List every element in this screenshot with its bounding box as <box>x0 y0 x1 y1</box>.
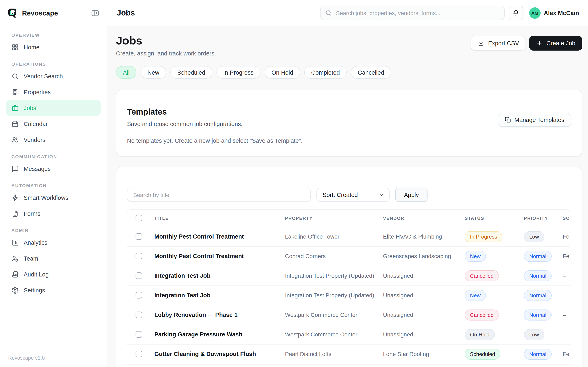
job-vendor: Unassigned <box>376 325 458 344</box>
copy-icon <box>504 117 511 123</box>
section-label-automation: AUTOMATION <box>11 183 95 188</box>
page-content: Jobs Create, assign, and track work orde… <box>107 26 588 367</box>
job-vendor: Lone Star Roofing <box>376 344 458 364</box>
table-header-row: TITLE PROPERTY VENDOR STATUS PRIORITY SC… <box>127 210 571 227</box>
sidebar-item-team[interactable]: Team <box>6 250 101 266</box>
sidebar-item-analytics[interactable]: Analytics <box>6 234 101 250</box>
row-checkbox[interactable] <box>136 253 142 259</box>
apply-button[interactable]: Apply <box>395 188 428 202</box>
row-checkbox[interactable] <box>136 272 142 279</box>
status-badge: New <box>465 290 486 301</box>
priority-badge: Normal <box>524 290 552 301</box>
sidebar-item-home[interactable]: Home <box>6 39 101 55</box>
app: Revoscape OVERVIEW Home OPERATIONS Vendo… <box>0 0 588 367</box>
row-checkbox[interactable] <box>136 312 142 318</box>
zap-icon <box>11 194 19 201</box>
sidebar-item-label: Settings <box>24 287 45 293</box>
job-property: Integration Test Property (Updated) <box>278 266 376 285</box>
templates-subtitle: Save and reuse common job configurations… <box>127 121 303 127</box>
table-row[interactable]: Parking Garage Pressure Wash Westpark Co… <box>127 325 571 344</box>
global-search-input[interactable] <box>320 6 505 20</box>
sidebar-item-jobs[interactable]: Jobs <box>6 100 101 116</box>
table-row[interactable]: Monthly Pest Control Treatment Conrad Co… <box>127 246 571 266</box>
section-label-admin: ADMIN <box>11 228 95 233</box>
select-all-checkbox[interactable] <box>136 215 142 221</box>
export-csv-button[interactable]: Export CSV <box>471 36 526 50</box>
table-row[interactable]: Integration Test Job Integration Test Pr… <box>127 285 571 305</box>
sidebar-item-settings[interactable]: Settings <box>6 282 101 298</box>
priority-badge: Normal <box>524 270 552 281</box>
sort-select[interactable]: Sort: Created <box>316 188 389 202</box>
status-badge: Cancelled <box>465 309 499 320</box>
gear-icon <box>11 286 19 294</box>
row-checkbox[interactable] <box>136 292 142 299</box>
job-vendor: Unassigned <box>376 305 458 325</box>
page-title: Jobs <box>116 34 216 47</box>
sidebar-item-forms[interactable]: Forms <box>6 206 101 221</box>
table-row[interactable]: Monthly Pest Control Treatment Lakeline … <box>127 227 571 246</box>
filter-chip-cancelled[interactable]: Cancelled <box>351 66 391 79</box>
sidebar-item-smart-workflows[interactable]: Smart Workflows <box>6 190 101 206</box>
job-scheduled: – <box>556 305 571 325</box>
create-job-button[interactable]: Create Job <box>529 36 582 50</box>
file-text-icon <box>11 210 19 217</box>
plus-icon <box>536 40 543 47</box>
filter-chip-completed[interactable]: Completed <box>304 66 347 79</box>
priority-badge: Normal <box>524 349 552 359</box>
title-search-input[interactable] <box>127 188 311 202</box>
sidebar-version: Revoscape v1.0 <box>0 349 107 367</box>
row-checkbox[interactable] <box>136 331 142 338</box>
jobs-table: TITLE PROPERTY VENDOR STATUS PRIORITY SC… <box>127 210 571 364</box>
priority-badge: Normal <box>524 309 552 320</box>
sidebar-item-audit-log[interactable]: Audit Log <box>6 266 101 282</box>
table-row[interactable]: Integration Test Job Integration Test Pr… <box>127 266 571 285</box>
avatar[interactable]: AM <box>529 7 541 18</box>
bell-icon <box>513 9 520 16</box>
priority-badge: Low <box>524 329 544 340</box>
templates-card: Templates Save and reuse common job conf… <box>116 90 582 157</box>
jobs-list-card: Sort: Created Apply TITLE <box>116 167 582 367</box>
status-badge: Cancelled <box>465 270 499 281</box>
status-filter-chips: All New Scheduled In Progress On Hold Co… <box>116 66 582 79</box>
sidebar-item-label: Forms <box>24 210 40 217</box>
sidebar-item-label: Vendor Search <box>24 73 63 79</box>
row-checkbox[interactable] <box>136 351 142 357</box>
search-icon <box>325 9 332 16</box>
sidebar-item-calendar[interactable]: Calendar <box>6 116 101 132</box>
job-vendor: Unassigned <box>376 285 458 305</box>
briefcase-icon <box>11 104 19 111</box>
job-scheduled: Feb 2 <box>556 246 571 266</box>
filter-chip-on-hold[interactable]: On Hold <box>265 66 300 79</box>
sidebar-item-vendors[interactable]: Vendors <box>6 132 101 148</box>
sidebar-item-messages[interactable]: Messages <box>6 161 101 176</box>
message-icon <box>11 165 19 172</box>
sidebar-item-label: Team <box>24 255 38 262</box>
revoscape-logo-icon <box>7 7 18 19</box>
status-badge: In Progress <box>465 231 502 242</box>
column-header-vendor: VENDOR <box>376 210 458 227</box>
global-search <box>320 6 505 20</box>
filter-chip-scheduled[interactable]: Scheduled <box>170 66 212 79</box>
sidebar-item-vendor-search[interactable]: Vendor Search <box>6 68 101 84</box>
sidebar-item-label: Audit Log <box>24 271 49 277</box>
priority-badge: Normal <box>524 250 552 262</box>
sort-select-value: Sort: Created <box>323 192 358 198</box>
job-property: Conrad Corners <box>278 246 376 266</box>
filter-chip-all[interactable]: All <box>116 66 136 79</box>
table-row[interactable]: Gutter Cleaning & Downspout Flush Pearl … <box>127 344 571 364</box>
filter-chip-in-progress[interactable]: In Progress <box>216 66 260 79</box>
row-checkbox[interactable] <box>136 233 142 240</box>
sidebar-item-properties[interactable]: Properties <box>6 84 101 100</box>
column-header-title: TITLE <box>147 210 278 227</box>
sidebar-item-label: Jobs <box>24 105 36 111</box>
sidebar-collapse-button[interactable] <box>90 8 100 18</box>
sidebar-nav: OVERVIEW Home OPERATIONS Vendor Search P… <box>0 26 107 349</box>
status-badge: New <box>465 250 486 262</box>
table-row[interactable]: Lobby Renovation — Phase 1 Westpark Comm… <box>127 305 571 325</box>
sidebar-item-label: Home <box>24 44 39 50</box>
filter-chip-new[interactable]: New <box>140 66 166 79</box>
bar-chart-icon <box>11 239 19 246</box>
manage-templates-button[interactable]: Manage Templates <box>498 113 571 127</box>
notifications-button[interactable] <box>509 6 523 20</box>
topbar-title: Jobs <box>117 8 320 17</box>
